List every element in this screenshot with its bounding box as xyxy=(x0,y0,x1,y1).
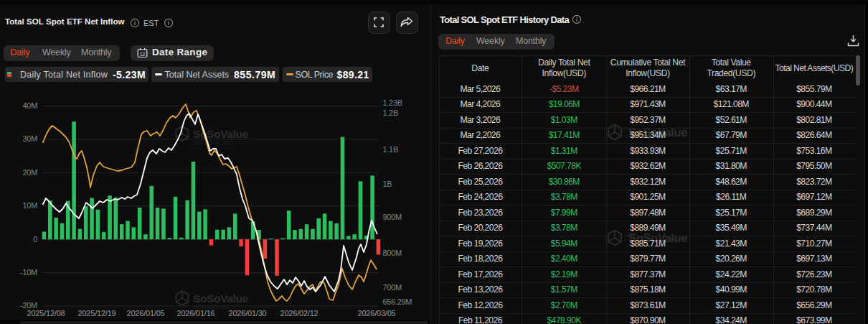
svg-text:656.29M: 656.29M xyxy=(383,297,412,306)
svg-text:1.2B: 1.2B xyxy=(383,108,398,117)
svg-text:0: 0 xyxy=(33,235,37,244)
svg-text:900M: 900M xyxy=(383,213,402,221)
svg-text:sosovalue.com: sosovalue.com xyxy=(193,139,234,146)
svg-text:1B: 1B xyxy=(383,180,392,188)
svg-text:SoSoValue: SoSoValue xyxy=(193,128,249,140)
svg-text:1.23B: 1.23B xyxy=(383,98,402,107)
svg-text:-10M: -10M xyxy=(20,268,37,277)
svg-text:SoSoValue: SoSoValue xyxy=(193,292,249,305)
svg-text:2026/01/30: 2026/01/30 xyxy=(228,309,266,318)
svg-text:2025/12/19: 2025/12/19 xyxy=(77,309,115,318)
svg-text:1.1B: 1.1B xyxy=(383,145,398,154)
svg-text:2026/01/05: 2026/01/05 xyxy=(126,309,164,318)
svg-text:2026/02/12: 2026/02/12 xyxy=(280,309,318,318)
svg-text:30M: 30M xyxy=(23,134,38,143)
svg-text:20M: 20M xyxy=(23,168,38,177)
svg-text:700M: 700M xyxy=(383,283,402,292)
svg-text:2025/12/08: 2025/12/08 xyxy=(27,309,65,318)
svg-text:2026/01/16: 2026/01/16 xyxy=(176,309,214,318)
svg-text:2026/03/05: 2026/03/05 xyxy=(357,309,395,318)
svg-text:10M: 10M xyxy=(23,201,38,210)
svg-text:40M: 40M xyxy=(23,101,38,110)
svg-text:800M: 800M xyxy=(383,249,402,257)
